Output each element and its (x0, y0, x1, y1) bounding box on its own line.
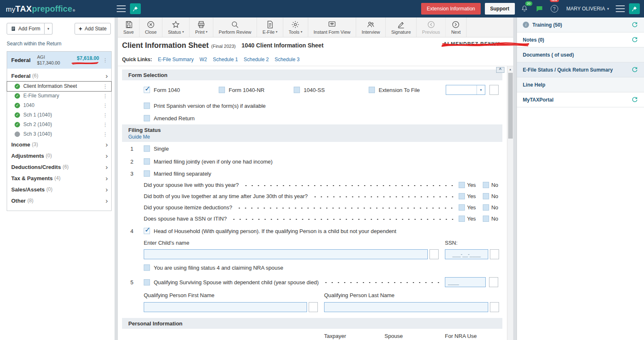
tree-item-sch2-1040[interactable]: ✓ Sch 2 (1040) ⋮ (7, 120, 111, 129)
signature-button[interactable]: Signature (386, 17, 417, 37)
item-kebab-menu[interactable]: ⋮ (101, 93, 110, 99)
interview-button[interactable]: Interview (356, 17, 386, 37)
form-version-dropdown[interactable]: ▾ (446, 85, 485, 95)
refresh-button[interactable] (631, 37, 638, 43)
app-logo[interactable]: myTAXprepoffice® (6, 4, 75, 14)
head-of-household-checkbox[interactable]: ✓ (144, 228, 150, 234)
married-separately-checkbox[interactable] (144, 170, 150, 176)
spouse-live-no-checkbox[interactable] (483, 182, 489, 188)
efile-button[interactable]: E-File▾ (257, 17, 283, 37)
collapse-section-button[interactable]: ^ (496, 67, 504, 73)
previous-button[interactable]: Previous (417, 17, 446, 37)
federal-return-summary[interactable]: Federal AGI $17,340.00 $7,618.00 ⋮ (7, 52, 111, 69)
form-1040ss-checkbox[interactable] (294, 87, 300, 93)
jump-box[interactable] (309, 302, 318, 312)
jump-box[interactable] (490, 249, 499, 259)
instant-form-view-button[interactable]: Instant Form View (308, 17, 356, 37)
print-spanish-checkbox[interactable] (144, 103, 150, 109)
add-form-dropdown-button[interactable]: ▾ (45, 23, 53, 35)
tree-group-sales-assets[interactable]: Sales/Assets (0) › (7, 184, 111, 195)
ssn-itin-yes-checkbox[interactable] (459, 216, 465, 222)
tree-group-federal[interactable]: Federal (6) › (7, 70, 111, 82)
quick-link-w2[interactable]: W2 (200, 57, 207, 62)
panel-row-documents[interactable]: Documents ( of used) (517, 47, 644, 62)
perform-review-button[interactable]: Perform Review (213, 17, 257, 37)
pin-button[interactable] (130, 3, 141, 14)
user-menu[interactable]: MARY OLIVERIA ▾ (567, 6, 609, 12)
tree-item-1040[interactable]: ✓ 1040 ⋮ (7, 101, 111, 110)
form-1040-checkbox[interactable]: ✓ (144, 87, 150, 93)
itemize-yes-checkbox[interactable] (459, 204, 465, 211)
summary-kebab-menu[interactable]: ⋮ (101, 57, 110, 63)
close-button[interactable]: Close (140, 17, 162, 37)
amended-return-checkbox[interactable] (144, 115, 150, 122)
quick-link-schedule-3[interactable]: Schedule 3 (275, 57, 300, 62)
add-state-button[interactable]: + Add State (75, 23, 111, 35)
status-button[interactable]: Status▾ (162, 17, 190, 37)
panel-row-training[interactable]: i Training (50) (517, 17, 644, 32)
nra-spouse-checkbox[interactable] (144, 265, 150, 271)
tree-group-income[interactable]: Income (3) › (7, 139, 111, 150)
tools-button[interactable]: Tools▾ (283, 17, 308, 37)
right-menu-icon[interactable] (616, 5, 625, 12)
scroll-up-button[interactable]: ▲ (507, 66, 513, 72)
add-form-button[interactable]: Add Form (7, 23, 45, 35)
panel-row-line-help[interactable]: Line Help (517, 77, 644, 92)
item-kebab-menu[interactable]: ⋮ (101, 122, 110, 128)
qualifying-spouse-checkbox[interactable] (144, 279, 150, 285)
form-1040nr-checkbox[interactable] (219, 87, 225, 93)
jump-box[interactable] (490, 302, 499, 312)
right-pin-button[interactable] (629, 3, 640, 14)
child-name-input[interactable] (144, 249, 428, 259)
live-together-yes-checkbox[interactable] (459, 193, 465, 199)
tree-item-efile-summary[interactable]: ✓ E-File Summary ⋮ (7, 91, 111, 101)
jump-box[interactable] (489, 277, 498, 287)
ssn-input[interactable] (445, 249, 488, 259)
next-button[interactable]: Next (446, 17, 467, 37)
panel-row-notes[interactable]: Notes (0) (517, 32, 644, 47)
save-button[interactable]: Save (118, 17, 140, 37)
notifications-button[interactable]: 20 (519, 3, 530, 14)
guide-me-link[interactable]: Guide Me (128, 134, 150, 140)
spouse-live-yes-checkbox[interactable] (459, 182, 465, 188)
tree-group-tax-payments[interactable]: Tax & Payments (4) › (7, 173, 111, 184)
item-kebab-menu[interactable]: ⋮ (101, 131, 110, 137)
support-button[interactable]: Support (485, 3, 515, 15)
print-button[interactable]: Print▾ (190, 17, 213, 37)
qualifying-last-name-input[interactable] (324, 302, 488, 312)
scrollbar-thumb[interactable] (508, 73, 513, 139)
jump-box[interactable] (429, 249, 439, 259)
tree-item-sch3-1040[interactable]: Sch 3 (1040) ⋮ (7, 129, 111, 139)
refresh-button[interactable] (631, 67, 638, 73)
item-kebab-menu[interactable]: ⋮ (101, 102, 110, 109)
ssn-itin-no-checkbox[interactable] (483, 216, 489, 222)
search-within-return-link[interactable]: Search within the Return (7, 41, 115, 47)
panel-row-mytaxportal[interactable]: MyTAXPortal (517, 92, 644, 107)
help-button[interactable]: New ? (549, 3, 560, 14)
tree-item-client-information-sheet[interactable]: ✓ Client Information Sheet ⋮ (7, 82, 111, 91)
menu-toggle-icon[interactable] (117, 5, 126, 12)
extension-information-button[interactable]: Extension Information (421, 3, 480, 15)
itemize-no-checkbox[interactable] (483, 204, 489, 211)
extension-to-file-checkbox[interactable] (369, 87, 375, 93)
refresh-button[interactable] (631, 22, 638, 28)
jump-box[interactable] (489, 85, 499, 95)
qualifying-first-name-input[interactable] (144, 302, 307, 312)
form-scrollbar[interactable]: ▲ (507, 66, 513, 340)
tree-group-other[interactable]: Other (8) › (7, 195, 111, 206)
live-together-no-checkbox[interactable] (483, 193, 489, 199)
item-kebab-menu[interactable]: ⋮ (101, 83, 110, 89)
tree-group-deductions-credits[interactable]: Deductions/Credits (6) › (7, 161, 111, 173)
tree-group-adjustments[interactable]: Adjustments (0) › (7, 150, 111, 161)
married-jointly-checkbox[interactable] (144, 158, 150, 164)
quick-link-schedule-2[interactable]: Schedule 2 (244, 57, 269, 62)
year-spouse-died-input[interactable] (445, 277, 486, 287)
item-kebab-menu[interactable]: ⋮ (101, 112, 110, 118)
quick-link-schedule-1[interactable]: Schedule 1 (213, 57, 238, 62)
refresh-button[interactable] (631, 97, 638, 103)
quick-link-efile-summary[interactable]: E-File Summary (158, 57, 194, 62)
panel-row-efile-status[interactable]: E-File Status / Quick Return Summary (517, 62, 644, 77)
chat-button[interactable] (534, 3, 545, 14)
tree-item-sch1-1040[interactable]: ✓ Sch 1 (1040) ⋮ (7, 110, 111, 120)
single-checkbox[interactable] (144, 146, 150, 152)
